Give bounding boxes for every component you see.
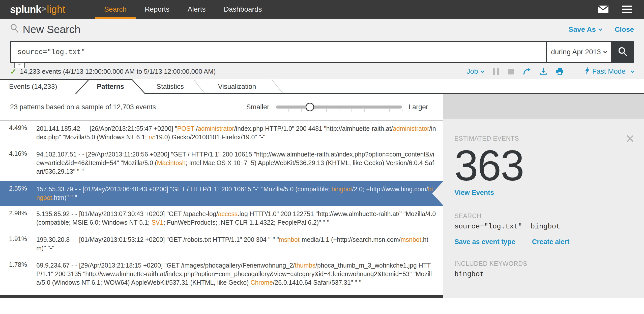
included-keywords-label: INCLUDED KEYWORDS xyxy=(454,260,634,267)
mail-icon[interactable] xyxy=(598,5,609,13)
tab-visualization[interactable]: Visualization xyxy=(213,79,261,94)
logo-gt-glyph: > xyxy=(41,4,46,14)
pattern-log-text: 69.9.234.67 - - [29/Apr/2013:21:18:15 +0… xyxy=(36,261,436,287)
stop-button[interactable] xyxy=(508,69,514,74)
page-title-text: New Search xyxy=(23,23,80,36)
topnav-items: SearchReportsAlertsDashboards xyxy=(95,0,271,19)
slider-track[interactable] xyxy=(276,106,402,109)
menu-icon[interactable] xyxy=(622,6,632,13)
patterns-pane: 23 patterns based on a sample of 12,703 … xyxy=(0,94,443,298)
pattern-row[interactable]: 1.78%69.9.234.67 - - [29/Apr/2013:21:18:… xyxy=(0,257,443,292)
chevron-down-icon xyxy=(603,49,607,53)
included-keywords-value: bingbot xyxy=(454,270,634,278)
logo-light-text: light xyxy=(47,4,65,15)
pattern-size-slider: Smaller Larger xyxy=(246,103,428,111)
pattern-log-text: 201.141.185.42 - - [26/Apr/2013:21:55:47… xyxy=(36,124,436,141)
events-summary: 14,233 events (4/1/13 12:00:00.000 AM to… xyxy=(20,68,216,75)
page-title: New Search xyxy=(10,23,80,36)
nav-item-reports[interactable]: Reports xyxy=(136,0,179,19)
close-button[interactable]: Close xyxy=(615,25,634,34)
top-navbar: splunk>light SearchReportsAlertsDashboar… xyxy=(0,0,644,19)
slider-ticks xyxy=(276,109,402,112)
pattern-row[interactable]: 4.16%94.102.107.51 - - [29/Apr/2013:11:2… xyxy=(0,146,443,181)
pattern-row[interactable]: 1.91%199.30.20.8 - - [01/May/2013:01:53:… xyxy=(0,232,443,257)
tab-statistics[interactable]: Statistics xyxy=(151,79,189,94)
close-icon[interactable] xyxy=(626,135,634,142)
create-alert-link[interactable]: Create alert xyxy=(532,238,570,246)
pattern-list: 4.49%201.141.185.42 - - [26/Apr/2013:21:… xyxy=(0,121,443,298)
lightning-bolt-icon xyxy=(585,67,590,76)
pattern-log-text: 157.55.33.79 - - [01/May/2013:06:40:43 +… xyxy=(36,185,436,202)
time-range-dropdown[interactable]: during Apr 2013 xyxy=(547,41,612,63)
share-button[interactable] xyxy=(523,68,531,75)
pause-button[interactable] xyxy=(493,68,499,75)
slider-max-label: Larger xyxy=(408,103,428,111)
slider-min-label: Smaller xyxy=(246,103,269,111)
chevron-down-icon xyxy=(631,69,635,73)
pattern-log-text: 5.135.85.92 - - [01/May/2013:07:30:43 +0… xyxy=(36,210,436,227)
job-controls: Job Fast Mode xyxy=(467,67,634,76)
tab-patterns[interactable]: Patterns xyxy=(89,79,132,94)
nav-item-search[interactable]: Search xyxy=(95,0,136,19)
slider-handle[interactable] xyxy=(306,103,314,111)
view-events-link[interactable]: View Events xyxy=(454,189,494,197)
tab-events[interactable]: Events (14,233) xyxy=(9,79,57,94)
panel-top-band xyxy=(443,94,644,119)
patterns-summary: 23 patterns based on a sample of 12,703 … xyxy=(10,103,156,111)
save-as-button[interactable]: Save As xyxy=(569,25,602,34)
job-menu-button[interactable]: Job xyxy=(467,67,484,75)
job-status-row: ✓ 14,233 events (4/1/13 12:00:00.000 AM … xyxy=(0,64,644,79)
results-tabbar: Events (14,233) Patterns Statistics Visu… xyxy=(0,79,644,94)
search-icon xyxy=(618,46,628,58)
pattern-percentage: 2.55% xyxy=(9,185,31,202)
checkmark-icon: ✓ xyxy=(10,67,16,76)
patterns-toolbar: 23 patterns based on a sample of 12,703 … xyxy=(0,94,443,121)
pattern-log-text: 94.102.107.51 - - [29/Apr/2013:11:20:56 … xyxy=(36,150,436,176)
splunk-logo[interactable]: splunk>light xyxy=(10,0,65,19)
logo-splunk-text: splunk xyxy=(10,4,41,15)
topnav-right xyxy=(598,0,644,19)
print-button[interactable] xyxy=(556,68,564,75)
estimated-events-label: ESTIMATED EVENTS xyxy=(454,135,519,142)
pattern-percentage: 1.78% xyxy=(9,261,31,287)
nav-item-alerts[interactable]: Alerts xyxy=(179,0,215,19)
pattern-percentage: 4.16% xyxy=(9,150,31,176)
chevron-down-icon xyxy=(480,69,484,73)
pattern-search-value: source="log.txt" bingbot xyxy=(454,223,634,230)
pattern-row[interactable]: 2.55%157.55.33.79 - - [01/May/2013:06:40… xyxy=(0,181,443,206)
fast-mode-toggle[interactable]: Fast Mode xyxy=(585,67,634,76)
pattern-row[interactable]: 2.98%5.135.85.92 - - [01/May/2013:07:30:… xyxy=(0,206,443,232)
bottom-dark-bar xyxy=(0,295,443,298)
search-expand-toggle[interactable] xyxy=(14,63,25,68)
pattern-row[interactable]: 4.49%201.141.185.42 - - [26/Apr/2013:21:… xyxy=(0,121,443,146)
search-section-label: SEARCH xyxy=(454,212,634,220)
export-download-button[interactable] xyxy=(540,68,547,75)
pattern-percentage: 2.98% xyxy=(9,210,31,227)
pattern-percentage: 4.49% xyxy=(9,124,31,141)
search-bar-row: during Apr 2013 xyxy=(0,40,644,64)
save-as-event-type-link[interactable]: Save as event type xyxy=(454,238,515,246)
estimated-events-value: 363 xyxy=(454,146,634,184)
search-title-icon xyxy=(10,23,19,36)
chevron-down-icon xyxy=(598,27,602,31)
search-submit-button[interactable] xyxy=(612,41,634,63)
pattern-percentage: 1.91% xyxy=(9,235,31,252)
pattern-log-text: 199.30.20.8 - - [01/May/2013:01:53:12 +0… xyxy=(36,235,436,252)
nav-item-dashboards[interactable]: Dashboards xyxy=(215,0,271,19)
patterns-content: 23 patterns based on a sample of 12,703 … xyxy=(0,94,644,298)
search-header: New Search Save As Close xyxy=(0,19,644,40)
pattern-detail-panel: ESTIMATED EVENTS 363 View Events SEARCH … xyxy=(443,94,644,298)
search-query-input[interactable] xyxy=(10,41,547,63)
